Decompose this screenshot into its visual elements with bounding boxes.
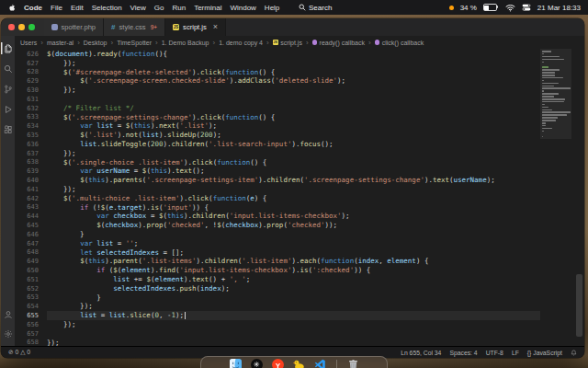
tab-style-css[interactable]: #style.css9+ [104,18,165,36]
code-line[interactable]: 628 $('#screenpage-delete-selected').cli… [15,68,540,77]
menubar-item-go[interactable]: Go [154,4,164,12]
close-tab-icon[interactable]: × [213,23,218,31]
menubar-item-edit[interactable]: Edit [71,4,84,12]
minimap[interactable] [540,49,571,346]
code-line[interactable]: 648 let selectedIndexes = []; [15,248,540,258]
extensions-icon[interactable] [1,123,15,135]
code-line[interactable]: 626$(document).ready(function(){ [15,50,540,59]
line-number: 657 [15,330,47,338]
code-line[interactable]: 638 $('.single-choice .list-item').click… [15,158,540,167]
code-line[interactable]: 632 /* Filter list */ [15,104,540,113]
breadcrumb-item[interactable]: click() callback [375,40,424,46]
chevron-right-icon: › [155,39,158,47]
breadcrumb-item[interactable]: JSscript.js [273,40,302,46]
breadcrumb-item[interactable]: master-al [47,40,74,46]
minimize-window-button[interactable] [18,24,25,30]
settings-gear-icon[interactable] [1,328,15,339]
menubar-item-help[interactable]: Help [265,4,279,12]
code-line-text: var userName = $(this).text(); [47,167,540,176]
code-line[interactable]: 653 } [15,293,540,303]
code-line[interactable]: 657 [15,329,540,339]
titlebar[interactable]: spotter.php#style.css9+JSscript.js× [1,18,584,36]
code-line-text: /* Filter list */ [47,104,540,113]
breadcrumb-item[interactable]: Users [20,40,37,46]
tab-spotter-php[interactable]: spotter.php [44,18,105,36]
breadcrumb-item[interactable]: 1. demo copy 4 [219,40,263,46]
menubar-item-code[interactable]: Code [24,4,42,12]
code-line[interactable]: 630 }); [15,86,540,95]
tab-script-js[interactable]: JSscript.js× [165,18,226,36]
run-debug-icon[interactable] [1,103,15,115]
apple-menu-icon[interactable] [7,3,17,13]
code-line[interactable]: 633 $('.screenpage-settings-change').cli… [15,113,540,122]
finder-icon[interactable] [230,359,242,368]
code-line[interactable]: 655 list = list.slice(0, -1); [15,311,540,320]
code-line[interactable]: 654 }); [15,302,540,311]
cyberduck-icon[interactable] [293,359,305,368]
search-icon[interactable] [1,63,15,75]
account-icon[interactable] [1,308,15,320]
code-line[interactable]: 627 }); [15,59,540,68]
code-line[interactable]: 647 var list = ''; [15,239,540,248]
code-line[interactable]: 658}); [15,339,540,347]
status-cursor-position[interactable]: Ln 655, Col 34 [401,350,441,356]
line-number: 639 [15,167,47,175]
chatgpt-icon[interactable]: ✳ [251,359,263,368]
source-control-icon[interactable] [1,83,15,95]
code-line[interactable]: 640 $(this).parents('.screenpage-setting… [15,176,540,185]
code-line[interactable]: 649 $(this).parent('.list-items').childr… [15,257,540,266]
code-line[interactable]: 645 $(checkbox).prop('checked', !$(check… [15,221,540,230]
code-line[interactable]: 636 list.slideToggle(200).children('.lis… [15,140,540,149]
wifi-icon[interactable] [505,4,515,12]
zoom-window-button[interactable] [28,24,35,30]
menubar-item-view[interactable]: View [130,4,146,12]
code-line-text: var checkbox = $(this).children('input.l… [47,212,540,221]
code-line[interactable]: 637 }); [15,149,540,158]
breadcrumb-item[interactable]: ready() callback [312,40,365,46]
code-line[interactable]: 639 var userName = $(this).text(); [15,167,540,176]
editor[interactable]: 626$(document).ready(function(){627 });6… [15,49,584,346]
code-line[interactable]: 641 }); [15,185,540,194]
menubar-item-run[interactable]: Run [172,4,186,12]
code-line[interactable]: 634 var list = $(this).next('.list'); [15,121,540,131]
code-line[interactable]: 656 }); [15,320,540,329]
control-center-icon[interactable] [522,3,531,12]
code-line[interactable]: 644 var checkbox = $(this).children('inp… [15,212,540,221]
minimap-slider[interactable] [540,49,571,139]
activity-bar [1,36,15,346]
line-number: 650 [15,267,47,274]
code-line[interactable]: 635 $('.list').not(list).slideUp(200); [15,131,540,140]
scrollbar-thumb[interactable] [576,274,582,337]
editor-scrollbar[interactable] [571,49,584,346]
notifications-bell-icon[interactable] [571,350,577,356]
status-indentation[interactable]: Spaces: 4 [449,350,477,356]
menubar-item-file[interactable]: File [51,4,62,12]
code-line[interactable]: 646 } [15,230,540,239]
code-line[interactable]: 652 selectedIndexes.push(index); [15,284,540,293]
breadcrumb-item[interactable]: TimeSpotter [117,40,152,46]
code-line-text: }); [47,185,540,194]
status-eol[interactable]: LF [512,350,519,356]
code-line[interactable]: 643 if (!$(e.target).is('input')) { [15,203,540,213]
breadcrumb-item[interactable]: Desktop [84,40,107,46]
menubar-item-selection[interactable]: Selection [92,4,122,12]
menubar-item-window[interactable]: Window [230,4,255,12]
code-line[interactable]: 629 $('.screenpage-screen.checked-slide'… [15,76,540,86]
code-line[interactable]: 651 list += $(element).text() + ', '; [15,275,540,284]
trash-icon[interactable] [347,359,359,368]
status-language[interactable]: {} JavaScript [527,350,562,356]
menubar-item-terminal[interactable]: Terminal [194,4,221,12]
battery-icon[interactable] [483,4,497,11]
vscode-icon[interactable] [314,359,326,368]
explorer-icon[interactable] [1,42,15,54]
menubar-clock[interactable]: 21 Mar 18:33 [537,4,581,12]
code-line[interactable]: 631 [15,95,540,104]
close-window-button[interactable] [8,24,15,30]
spotlight-search[interactable]: Search [299,0,332,15]
status-encoding[interactable]: UTF-8 [486,350,503,356]
yandex-icon[interactable]: Y [272,359,284,368]
code-line[interactable]: 642 $('.multi-choice .list-item').click(… [15,194,540,203]
code-line[interactable]: 650 if ($(element).find('input.list-item… [15,266,540,275]
breadcrumb-item[interactable]: 1. Demo Backup [162,40,209,46]
status-problems[interactable]: ⊘ 0 △ 0 [8,349,30,356]
